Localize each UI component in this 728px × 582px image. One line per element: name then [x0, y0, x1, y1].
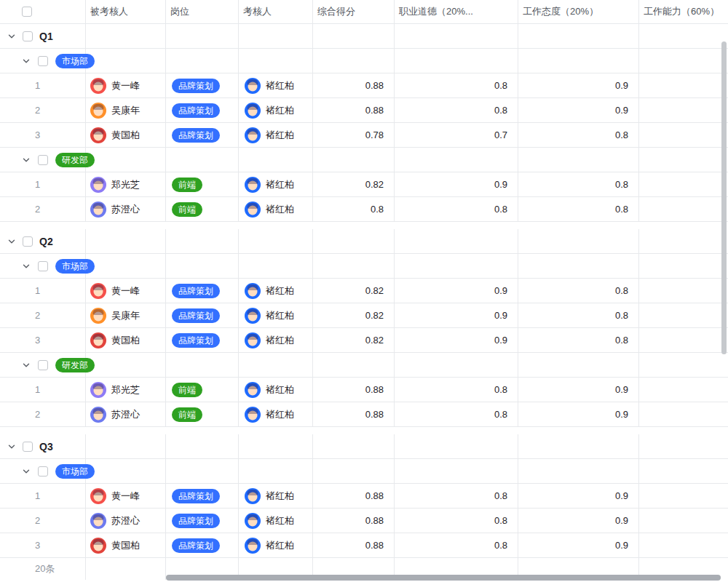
ethics-score-cell[interactable]: 0.8	[395, 73, 518, 97]
subgroup-checkbox[interactable]	[38, 360, 48, 370]
vertical-scrollbar[interactable]	[721, 41, 727, 354]
chevron-down-icon[interactable]	[7, 442, 16, 451]
reviewer-cell[interactable]: 褚红柏	[239, 533, 313, 557]
ability-score-cell[interactable]	[639, 73, 728, 97]
group-checkbox[interactable]	[23, 31, 33, 41]
select-all-checkbox[interactable]	[22, 7, 32, 17]
ethics-score-cell[interactable]: 0.8	[395, 402, 518, 426]
reviewer-cell[interactable]: 褚红柏	[239, 484, 313, 508]
ability-score-cell[interactable]	[639, 328, 728, 352]
ethics-score-cell[interactable]: 0.9	[395, 328, 518, 352]
overall-score-cell[interactable]: 0.88	[313, 533, 395, 557]
reviewer-cell[interactable]: 褚红柏	[239, 172, 313, 196]
person-cell[interactable]: 苏澄心	[86, 402, 166, 426]
ability-score-cell[interactable]	[639, 533, 728, 557]
person-cell[interactable]: 郑光芝	[86, 172, 166, 196]
position-cell[interactable]: 前端	[166, 197, 239, 221]
reviewer-cell[interactable]: 褚红柏	[239, 402, 313, 426]
subgroup-header-cell[interactable]: 市场部	[0, 49, 86, 73]
overall-score-cell[interactable]: 0.88	[313, 402, 395, 426]
reviewer-cell[interactable]: 褚红柏	[239, 303, 313, 327]
subgroup-checkbox[interactable]	[38, 261, 48, 271]
attitude-score-cell[interactable]: 0.9	[518, 98, 639, 122]
position-cell[interactable]: 前端	[166, 378, 239, 402]
overall-score-cell[interactable]: 0.88	[313, 484, 395, 508]
ethics-score-cell[interactable]: 0.8	[395, 378, 518, 402]
person-cell[interactable]: 黄一峰	[86, 484, 166, 508]
person-cell[interactable]: 黄一峰	[86, 279, 166, 303]
column-header[interactable]: 考核人	[239, 0, 313, 23]
person-cell[interactable]: 苏澄心	[86, 197, 166, 221]
reviewer-cell[interactable]: 褚红柏	[239, 279, 313, 303]
person-cell[interactable]: 吴康年	[86, 98, 166, 122]
ability-score-cell[interactable]	[639, 303, 728, 327]
subgroup-header-cell[interactable]: 研发部	[0, 148, 86, 172]
chevron-down-icon[interactable]	[22, 156, 31, 164]
attitude-score-cell[interactable]: 0.9	[518, 73, 639, 97]
subgroup-checkbox[interactable]	[38, 155, 48, 165]
overall-score-cell[interactable]: 0.88	[313, 98, 395, 122]
attitude-score-cell[interactable]: 0.9	[518, 378, 639, 402]
ethics-score-cell[interactable]: 0.8	[395, 197, 518, 221]
attitude-score-cell[interactable]: 0.9	[518, 533, 639, 557]
ability-score-cell[interactable]	[639, 484, 728, 508]
position-cell[interactable]: 品牌策划	[166, 98, 239, 122]
ability-score-cell[interactable]	[639, 509, 728, 533]
position-cell[interactable]: 前端	[166, 172, 239, 196]
ability-score-cell[interactable]	[639, 123, 728, 147]
ability-score-cell[interactable]	[639, 197, 728, 221]
subgroup-checkbox[interactable]	[38, 466, 48, 477]
attitude-score-cell[interactable]: 0.9	[518, 402, 639, 426]
reviewer-cell[interactable]: 褚红柏	[239, 98, 313, 122]
chevron-down-icon[interactable]	[22, 262, 31, 271]
position-cell[interactable]: 品牌策划	[166, 484, 239, 508]
ethics-score-cell[interactable]: 0.8	[395, 509, 518, 533]
ethics-score-cell[interactable]: 0.9	[395, 172, 518, 196]
overall-score-cell[interactable]: 0.88	[313, 509, 395, 533]
subgroup-header-cell[interactable]: 市场部	[0, 254, 86, 278]
person-cell[interactable]: 吴康年	[86, 303, 166, 327]
horizontal-scrollbar[interactable]	[166, 575, 721, 581]
attitude-score-cell[interactable]: 0.8	[518, 328, 639, 352]
group-checkbox[interactable]	[23, 236, 33, 247]
overall-score-cell[interactable]: 0.82	[313, 172, 395, 196]
ability-score-cell[interactable]	[639, 402, 728, 426]
attitude-score-cell[interactable]: 0.8	[518, 123, 639, 147]
ability-score-cell[interactable]	[639, 378, 728, 402]
reviewer-cell[interactable]: 褚红柏	[239, 378, 313, 402]
person-cell[interactable]: 苏澄心	[86, 509, 166, 533]
ethics-score-cell[interactable]: 0.9	[395, 303, 518, 327]
position-cell[interactable]: 品牌策划	[166, 279, 239, 303]
chevron-down-icon[interactable]	[22, 57, 31, 65]
ethics-score-cell[interactable]: 0.8	[395, 533, 518, 557]
group-header-cell[interactable]: Q2	[0, 229, 86, 253]
ethics-score-cell[interactable]: 0.8	[395, 484, 518, 508]
column-header[interactable]: 岗位	[166, 0, 239, 23]
overall-score-cell[interactable]: 0.8	[313, 197, 395, 221]
position-cell[interactable]: 品牌策划	[166, 123, 239, 147]
subgroup-header-cell[interactable]: 研发部	[0, 353, 86, 377]
group-checkbox[interactable]	[23, 442, 33, 452]
position-cell[interactable]: 品牌策划	[166, 509, 239, 533]
person-cell[interactable]: 黄一峰	[86, 73, 166, 97]
reviewer-cell[interactable]: 褚红柏	[239, 197, 313, 221]
overall-score-cell[interactable]: 0.82	[313, 328, 395, 352]
group-header-cell[interactable]: Q3	[0, 434, 86, 458]
ability-score-cell[interactable]	[639, 172, 728, 196]
attitude-score-cell[interactable]: 0.9	[518, 509, 639, 533]
attitude-score-cell[interactable]: 0.8	[518, 279, 639, 303]
ethics-score-cell[interactable]: 0.9	[395, 279, 518, 303]
ethics-score-cell[interactable]: 0.7	[395, 123, 518, 147]
person-cell[interactable]: 郑光芝	[86, 378, 166, 402]
group-header-cell[interactable]: Q1	[0, 24, 86, 48]
overall-score-cell[interactable]: 0.78	[313, 123, 395, 147]
chevron-down-icon[interactable]	[7, 237, 16, 246]
position-cell[interactable]: 品牌策划	[166, 303, 239, 327]
column-header[interactable]: 工作能力（60%）	[639, 0, 728, 23]
position-cell[interactable]: 前端	[166, 402, 239, 426]
subgroup-checkbox[interactable]	[38, 56, 48, 66]
chevron-down-icon[interactable]	[22, 467, 31, 476]
reviewer-cell[interactable]: 褚红柏	[239, 123, 313, 147]
column-header[interactable]: 被考核人	[86, 0, 166, 23]
attitude-score-cell[interactable]: 0.8	[518, 303, 639, 327]
